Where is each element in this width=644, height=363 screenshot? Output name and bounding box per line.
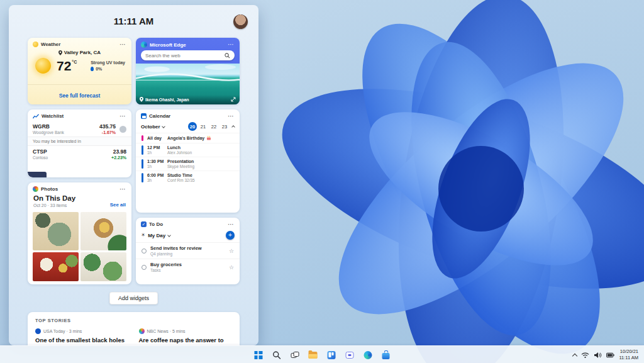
widgets-button[interactable] <box>324 347 339 362</box>
event-title: Lunch <box>167 145 180 150</box>
chevron-down-icon[interactable] <box>162 125 165 128</box>
stock-row[interactable]: WGRB Woodgrove Bank 435.75 -1.67% <box>28 121 131 137</box>
calendar-date[interactable]: 23 <box>220 122 229 131</box>
calendar-event[interactable]: 12 PM1h LunchAlex Johnson <box>136 143 240 157</box>
watchlist-sparkline <box>28 172 47 177</box>
todo-widget[interactable]: ✓ To Do ⋯ ☀ My Day + Send invites for re… <box>136 218 240 284</box>
news-story[interactable]: USA Today · 3 mins One of the smallest b… <box>35 328 129 345</box>
event-duration: 3h <box>147 178 167 182</box>
search-icon <box>272 351 280 359</box>
task-star-icon[interactable]: ☆ <box>229 248 234 254</box>
photos-more-button[interactable]: ⋯ <box>119 187 126 191</box>
calendar-more-button[interactable]: ⋯ <box>228 114 235 118</box>
photo-thumbnail[interactable] <box>80 252 126 281</box>
photos-widget[interactable]: Photos ⋯ On This Day Oct 20 · 33 items S… <box>28 182 131 284</box>
calendar-date[interactable]: 20 <box>188 122 197 131</box>
event-time: 1:30 PM <box>147 159 167 164</box>
calendar-date[interactable]: 21 <box>199 122 208 131</box>
task-item[interactable]: Send invites for review Q4 planning ☆ <box>136 242 240 259</box>
watchlist-suggestion-label: You may be interested in <box>28 137 131 146</box>
calendar-event[interactable]: 1:30 PM1h PresentationSkype Meeting <box>136 157 240 170</box>
photo-thumbnail[interactable] <box>33 212 79 250</box>
calendar-collapse-chevron-icon[interactable] <box>231 125 235 129</box>
stock-price: 23.98 <box>111 148 126 155</box>
event-title: Studio Time <box>167 173 192 177</box>
show-hidden-icons-chevron[interactable] <box>572 353 577 358</box>
see-full-forecast-link[interactable]: See full forecast <box>59 92 101 99</box>
edge-widget[interactable]: Microsoft Edge ⋯ Ikema <box>136 38 240 104</box>
edge-button[interactable] <box>360 347 375 362</box>
weather-unit: °C <box>72 60 77 74</box>
photo-thumbnail[interactable] <box>80 212 126 250</box>
folder-icon <box>309 352 318 359</box>
photo-collage <box>33 212 126 279</box>
file-explorer-button[interactable] <box>306 347 321 362</box>
task-star-icon[interactable]: ☆ <box>229 264 234 271</box>
chat-button[interactable] <box>342 347 357 362</box>
task-complete-radio[interactable] <box>142 249 147 254</box>
event-time: 12 PM <box>147 145 167 150</box>
calendar-date-strip: 20 21 22 23 <box>188 122 229 131</box>
watchlist-more-button[interactable]: ⋯ <box>119 114 126 118</box>
taskbar: 10/20/21 11:11 AM <box>0 345 644 363</box>
weather-widget[interactable]: Weather ⋯ Valley Park, CA 72°C Strong UV… <box>28 38 131 104</box>
photo-thumbnail[interactable] <box>33 252 79 281</box>
battery-icon[interactable] <box>606 352 614 359</box>
chevron-down-icon[interactable] <box>167 233 171 237</box>
calendar-month[interactable]: October <box>141 124 160 130</box>
expand-icon[interactable] <box>231 97 236 102</box>
calendar-date[interactable]: 22 <box>209 122 218 131</box>
todo-more-button[interactable]: ⋯ <box>228 223 235 226</box>
taskbar-clock[interactable]: 10/20/21 11:11 AM <box>619 349 638 361</box>
stock-company: Contoso <box>33 155 48 160</box>
edge-photo-of-day[interactable]: Ikema Ohashi, Japan <box>136 64 240 104</box>
stock-change: -1.67% <box>99 130 116 135</box>
todo-list-selector[interactable]: My Day <box>148 233 165 238</box>
event-color-bar <box>142 135 143 141</box>
watchlist-widget[interactable]: Watchlist ⋯ WGRB Woodgrove Bank 435.75 -… <box>28 109 131 177</box>
news-story[interactable]: NBC News · 5 mins Are coffee naps the an… <box>139 328 233 345</box>
edge-title: Microsoft Edge <box>150 42 186 48</box>
task-list-name: Tasks <box>150 268 182 272</box>
event-duration: 1h <box>147 164 167 169</box>
volume-icon[interactable] <box>594 352 602 359</box>
calendar-event[interactable]: 6:00 PM3h Studio TimeConf Rm 32/35 <box>136 170 240 184</box>
store-button[interactable] <box>379 347 394 362</box>
calendar-widget-icon <box>141 113 147 119</box>
stock-change: +2.23% <box>111 155 126 160</box>
start-button[interactable] <box>251 347 266 362</box>
see-all-link[interactable]: See all <box>110 202 126 208</box>
search-input[interactable] <box>145 53 225 59</box>
add-widgets-button[interactable]: Add widgets <box>109 292 158 304</box>
event-list: All day Angela's Birthday 12 PM1h LunchA… <box>136 133 240 184</box>
location-pin-icon <box>58 50 62 55</box>
photos-title: Photos <box>41 186 58 192</box>
search-icon <box>225 53 230 59</box>
task-item[interactable]: Buy groceries Tasks ☆ <box>136 259 240 275</box>
event-color-bar <box>142 145 143 155</box>
calendar-event[interactable]: All day Angela's Birthday <box>136 133 240 143</box>
user-avatar[interactable] <box>233 14 248 29</box>
panel-clock: 11:11 AM <box>9 5 258 26</box>
event-color-bar <box>142 159 143 169</box>
stock-row[interactable]: CTSP Contoso 23.98 +2.23% <box>28 146 131 162</box>
nbc-news-favicon <box>139 328 145 334</box>
network-wifi-icon[interactable] <box>581 352 589 359</box>
add-task-button[interactable]: + <box>226 231 235 240</box>
sun-icon <box>35 58 51 74</box>
taskbar-date: 10/20/21 <box>619 349 638 355</box>
taskbar-time: 11:11 AM <box>619 355 638 361</box>
weather-more-button[interactable]: ⋯ <box>119 43 126 47</box>
task-title: Send invites for review <box>150 245 202 251</box>
calendar-widget[interactable]: Calendar ⋯ October 20 21 22 23 <box>136 109 240 213</box>
store-bag-icon <box>382 353 390 359</box>
stock-alert-icon[interactable] <box>119 126 126 133</box>
task-complete-radio[interactable] <box>142 265 147 270</box>
edge-more-button[interactable]: ⋯ <box>228 43 235 47</box>
event-time: All day <box>147 136 167 140</box>
top-stories-heading: TOP STORIES <box>35 318 232 323</box>
search-button[interactable] <box>269 347 284 362</box>
web-search-box[interactable] <box>141 50 235 60</box>
task-view-button[interactable] <box>287 347 303 362</box>
widget-grid: Weather ⋯ Valley Park, CA 72°C Strong UV… <box>9 34 258 284</box>
